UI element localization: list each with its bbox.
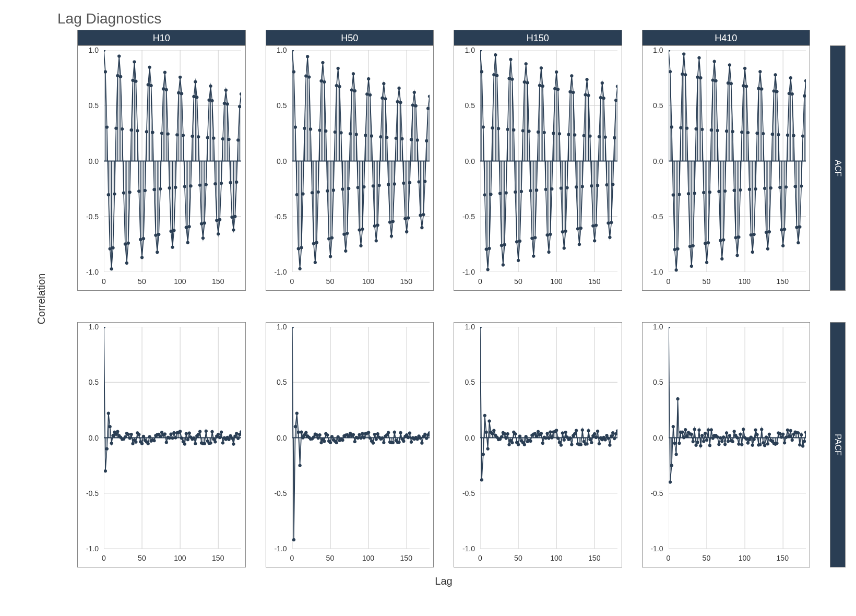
y-tick: -0.5	[650, 212, 663, 221]
x-tick: 100	[550, 277, 562, 286]
y-tick: -0.5	[274, 212, 287, 221]
y-tick: 0.0	[653, 157, 663, 165]
y-tick: -0.5	[650, 489, 663, 497]
x-tick: 50	[703, 277, 711, 286]
y-ticks: -1.0-0.50.00.51.0	[643, 327, 666, 549]
x-tick: 50	[326, 277, 335, 286]
y-tick: 0.0	[277, 157, 287, 165]
x-tick: 50	[703, 554, 711, 562]
y-ticks: -1.0-0.50.00.51.0	[454, 327, 478, 549]
y-tick: 0.5	[653, 101, 663, 110]
y-tick: 1.0	[653, 46, 663, 54]
x-tick: 0	[667, 554, 671, 562]
chart-canvas	[292, 327, 430, 549]
x-tick: 100	[174, 277, 186, 286]
panel-inner	[104, 50, 241, 272]
panel-acf-h150: -1.0-0.50.00.51.0050100150	[454, 45, 622, 291]
panel-inner	[480, 50, 617, 272]
y-tick: -1.0	[86, 268, 99, 276]
x-tick: 0	[478, 277, 482, 286]
col-header-h150: H150	[454, 30, 622, 45]
x-tick: 0	[478, 554, 482, 562]
y-tick: 1.0	[277, 323, 287, 331]
y-ticks: -1.0-0.50.00.51.0	[266, 50, 290, 272]
panel-acf-h410: -1.0-0.50.00.51.0050100150	[642, 45, 811, 291]
x-ticks: 050100150	[669, 551, 806, 567]
y-tick: 0.0	[89, 157, 99, 165]
y-tick: 0.0	[465, 434, 475, 442]
x-tick: 50	[326, 554, 335, 562]
y-ticks: -1.0-0.50.00.51.0	[78, 327, 101, 549]
y-ticks: -1.0-0.50.00.51.0	[643, 50, 666, 272]
y-tick: -1.0	[86, 544, 99, 553]
x-tick: 150	[777, 554, 789, 562]
y-tick: -1.0	[462, 544, 475, 553]
y-ticks: -1.0-0.50.00.51.0	[78, 50, 101, 272]
y-tick: -0.5	[462, 212, 475, 221]
chart-canvas	[480, 50, 617, 272]
panel-inner	[292, 327, 430, 549]
x-tick: 150	[212, 277, 224, 286]
panel-pacf-h50: -1.0-0.50.00.51.0050100150	[266, 322, 434, 567]
y-tick: 1.0	[465, 323, 475, 331]
col-header-h50: H50	[266, 30, 434, 45]
panel-pacf-h150: -1.0-0.50.00.51.0050100150	[454, 322, 622, 567]
y-tick: -1.0	[650, 268, 663, 276]
y-tick: 1.0	[89, 323, 99, 331]
panel-acf-h10: -1.0-0.50.00.51.0050100150	[77, 45, 246, 291]
x-tick: 100	[362, 554, 374, 562]
x-tick: 100	[550, 554, 562, 562]
panel-inner	[104, 327, 241, 549]
x-tick: 100	[739, 277, 751, 286]
x-axis-label: Lag	[77, 567, 810, 583]
x-ticks: 050100150	[480, 275, 617, 290]
x-tick: 50	[138, 277, 146, 286]
y-tick: 1.0	[465, 46, 475, 54]
x-tick: 100	[174, 554, 186, 562]
y-tick: 1.0	[653, 323, 663, 331]
y-tick: -0.5	[86, 489, 99, 497]
chart-canvas	[669, 327, 806, 549]
x-tick: 50	[138, 554, 146, 562]
x-ticks: 050100150	[480, 551, 617, 567]
x-tick: 100	[362, 277, 374, 286]
x-ticks: 050100150	[104, 275, 241, 290]
y-tick: -1.0	[650, 544, 663, 553]
y-tick: 0.0	[277, 434, 287, 442]
facet-grid: Correlation H10 H50 H150 H410 ACF PACF -…	[26, 30, 846, 583]
y-axis-label: Correlation	[26, 30, 57, 567]
panel-acf-h50: -1.0-0.50.00.51.0050100150	[266, 45, 434, 291]
y-tick: 0.5	[277, 101, 287, 110]
y-ticks: -1.0-0.50.00.51.0	[266, 327, 290, 549]
panel-pacf-h410: -1.0-0.50.00.51.0050100150	[642, 322, 811, 567]
chart-title: Lag Diagnostics	[57, 10, 846, 27]
x-ticks: 050100150	[669, 275, 806, 290]
y-tick: 1.0	[89, 46, 99, 54]
x-tick: 0	[102, 277, 106, 286]
chart-canvas	[669, 50, 806, 272]
panel-inner	[669, 327, 806, 549]
panel-inner	[669, 50, 806, 272]
x-tick: 0	[667, 277, 671, 286]
chart-container: Lag Diagnostics Correlation H10 H50 H150…	[10, 10, 846, 606]
y-tick: 0.5	[465, 101, 475, 110]
x-tick: 100	[739, 554, 751, 562]
y-tick: 0.5	[89, 101, 99, 110]
chart-canvas	[292, 50, 430, 272]
y-tick: 0.5	[465, 378, 475, 386]
row-header-acf: ACF	[830, 45, 846, 291]
x-tick: 150	[777, 277, 789, 286]
x-tick: 150	[400, 277, 412, 286]
y-tick: 0.0	[465, 157, 475, 165]
chart-canvas	[480, 327, 617, 549]
y-tick: -0.5	[462, 489, 475, 497]
y-tick: -1.0	[274, 268, 287, 276]
y-tick: -1.0	[274, 544, 287, 553]
x-tick: 150	[400, 554, 412, 562]
x-tick: 0	[290, 277, 294, 286]
x-ticks: 050100150	[292, 551, 430, 567]
y-tick: 0.5	[653, 378, 663, 386]
y-tick: -0.5	[86, 212, 99, 221]
y-ticks: -1.0-0.50.00.51.0	[454, 50, 478, 272]
x-tick: 50	[514, 277, 522, 286]
